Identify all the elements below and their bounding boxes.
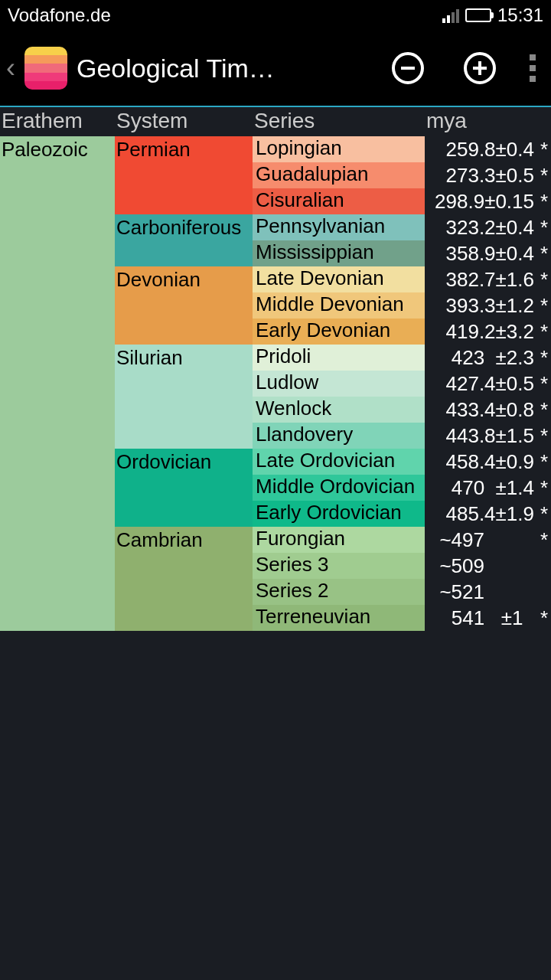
- series-label: Guadalupian: [256, 164, 368, 184]
- mya-cell: 323.2±0.4*: [425, 214, 551, 240]
- gssp-star-icon: *: [540, 190, 548, 214]
- series-cell[interactable]: Llandovery: [253, 423, 425, 449]
- zoom-in-button[interactable]: [461, 49, 499, 87]
- minus-icon: [392, 52, 424, 84]
- gssp-star-icon: *: [540, 320, 548, 344]
- series-cell[interactable]: Lopingian: [253, 136, 425, 162]
- mya-value: 541 ±1: [435, 606, 534, 630]
- mya-cell: 259.8±0.4*: [425, 136, 551, 162]
- action-bar: ‹ Geological Tim…: [0, 31, 551, 107]
- system-cell[interactable]: Silurian: [115, 345, 253, 449]
- mya-column: 259.8±0.4*273.3±0.5*298.9±0.15*323.2±0.4…: [425, 136, 551, 631]
- series-label: Llandovery: [256, 424, 353, 444]
- mya-cell: 458.4±0.9*: [425, 449, 551, 475]
- col-header-erathem: Erathem: [0, 109, 115, 133]
- series-cell[interactable]: Series 3: [253, 553, 425, 579]
- system-cell[interactable]: Permian: [115, 136, 253, 214]
- table-header: Erathem System Series mya: [0, 107, 551, 136]
- series-cell[interactable]: Wenlock: [253, 397, 425, 423]
- signal-icon: [442, 8, 459, 23]
- system-label: Ordovician: [116, 450, 211, 474]
- gssp-star-icon: *: [540, 450, 548, 474]
- series-cell[interactable]: Middle Ordovician: [253, 475, 425, 501]
- series-cell[interactable]: Late Ordovician: [253, 449, 425, 475]
- series-cell[interactable]: Mississippian: [253, 240, 425, 266]
- series-cell[interactable]: Middle Devonian: [253, 292, 425, 318]
- mya-cell: 419.2±3.2*: [425, 318, 551, 345]
- zoom-out-button[interactable]: [389, 49, 427, 87]
- time-scale-table[interactable]: Erathem System Series mya Paleozoic Perm…: [0, 107, 551, 631]
- series-cell[interactable]: Cisuralian: [253, 188, 425, 214]
- mya-value: 382.7±1.6: [446, 268, 534, 292]
- series-cell[interactable]: Late Devonian: [253, 266, 425, 292]
- mya-value: 423 ±2.3: [435, 346, 534, 370]
- col-header-system: System: [115, 109, 253, 133]
- series-label: Lopingian: [256, 138, 342, 158]
- series-cell[interactable]: Furongian: [253, 527, 425, 553]
- gssp-star-icon: *: [540, 346, 548, 370]
- series-cell[interactable]: Pridoli: [253, 345, 425, 371]
- mya-value: 323.2±0.4: [446, 216, 534, 240]
- mya-cell: 470 ±1.4*: [425, 475, 551, 501]
- gssp-star-icon: *: [540, 268, 548, 292]
- system-label: Cambrian: [116, 528, 203, 552]
- series-cell[interactable]: Guadalupian: [253, 162, 425, 188]
- mya-value: ~521: [439, 580, 534, 604]
- system-label: Silurian: [116, 346, 183, 370]
- system-label: Carboniferous: [116, 216, 241, 240]
- system-cell[interactable]: Ordovician: [115, 449, 253, 527]
- system-cell[interactable]: Carboniferous: [115, 214, 253, 266]
- series-cell[interactable]: Ludlow: [253, 371, 425, 397]
- systems-column: PermianCarboniferousDevonianSilurianOrdo…: [115, 136, 253, 631]
- erathem-label: Paleozoic: [2, 138, 88, 162]
- mya-cell: 273.3±0.5*: [425, 162, 551, 188]
- clock: 15:31: [497, 5, 543, 26]
- mya-value: 393.3±1.2: [446, 294, 534, 318]
- series-label: Late Devonian: [256, 268, 384, 288]
- battery-icon: [465, 8, 491, 22]
- mya-value: 427.4±0.5: [446, 372, 534, 396]
- overflow-menu-button[interactable]: [530, 54, 536, 82]
- mya-value: 485.4±1.9: [446, 502, 534, 526]
- system-label: Permian: [116, 138, 191, 162]
- system-cell[interactable]: Devonian: [115, 266, 253, 345]
- series-cell[interactable]: Pennsylvanian: [253, 214, 425, 240]
- series-cell[interactable]: Series 2: [253, 579, 425, 605]
- status-right: 15:31: [442, 5, 543, 26]
- app-title: Geological Tim…: [77, 54, 367, 83]
- series-label: Wenlock: [256, 398, 331, 418]
- mya-value: 470 ±1.4: [435, 476, 534, 500]
- gssp-star-icon: *: [540, 164, 548, 188]
- system-cell[interactable]: Cambrian: [115, 527, 253, 631]
- series-label: Mississippian: [256, 242, 374, 262]
- gssp-star-icon: *: [540, 476, 548, 500]
- series-cell[interactable]: Early Devonian: [253, 318, 425, 345]
- app-icon[interactable]: [24, 47, 67, 90]
- series-cell[interactable]: Early Ordovician: [253, 501, 425, 527]
- series-label: Series 2: [256, 580, 328, 600]
- mya-cell: 358.9±0.4*: [425, 240, 551, 266]
- mya-value: ~497: [439, 528, 534, 552]
- system-label: Devonian: [116, 268, 201, 292]
- mya-cell: ~497 *: [425, 527, 551, 553]
- series-label: Late Ordovician: [256, 450, 395, 470]
- series-cell[interactable]: Terreneuvian: [253, 605, 425, 631]
- series-label: Pridoli: [256, 346, 311, 366]
- gssp-star-icon: *: [540, 528, 548, 552]
- mya-cell: 485.4±1.9*: [425, 501, 551, 527]
- status-bar: Vodafone.de 15:31: [0, 0, 551, 31]
- mya-cell: ~509: [425, 553, 551, 579]
- series-label: Ludlow: [256, 372, 318, 392]
- series-label: Series 3: [256, 554, 328, 574]
- gssp-star-icon: *: [540, 424, 548, 448]
- series-label: Terreneuvian: [256, 606, 370, 626]
- gssp-star-icon: *: [540, 242, 548, 266]
- mya-value: 273.3±0.5: [446, 164, 534, 188]
- mya-value: 259.8±0.4: [446, 138, 534, 162]
- plus-icon: [464, 52, 496, 84]
- mya-cell: ~521: [425, 579, 551, 605]
- erathem-cell[interactable]: Paleozoic: [0, 136, 115, 631]
- mya-cell: 427.4±0.5*: [425, 371, 551, 397]
- back-icon[interactable]: ‹: [6, 52, 15, 84]
- series-label: Early Ordovician: [256, 502, 402, 522]
